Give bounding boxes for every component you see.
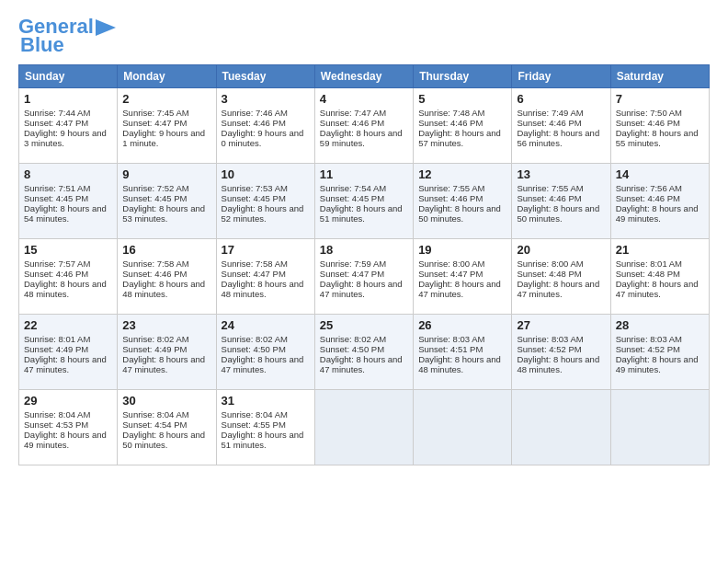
header-cell-sunday: Sunday bbox=[19, 65, 118, 88]
daylight-text: Daylight: 8 hours and 57 minutes. bbox=[418, 128, 501, 148]
sunrise-text: Sunrise: 7:55 AM bbox=[517, 183, 583, 193]
daylight-text: Daylight: 8 hours and 47 minutes. bbox=[418, 279, 501, 299]
daylight-text: Daylight: 8 hours and 47 minutes. bbox=[517, 279, 599, 299]
day-cell-19: 19Sunrise: 8:00 AMSunset: 4:47 PMDayligh… bbox=[414, 239, 512, 315]
day-cell-4: 4Sunrise: 7:47 AMSunset: 4:46 PMDaylight… bbox=[314, 88, 413, 164]
header-row: SundayMondayTuesdayWednesdayThursdayFrid… bbox=[19, 65, 710, 88]
header-cell-friday: Friday bbox=[512, 65, 610, 88]
day-number: 25 bbox=[320, 318, 408, 332]
sunset-text: Sunset: 4:49 PM bbox=[122, 344, 187, 354]
day-number: 6 bbox=[517, 92, 605, 106]
day-cell-5: 5Sunrise: 7:48 AMSunset: 4:46 PMDaylight… bbox=[414, 88, 512, 164]
sunset-text: Sunset: 4:45 PM bbox=[24, 193, 88, 203]
daylight-text: Daylight: 8 hours and 56 minutes. bbox=[517, 128, 599, 148]
sunrise-text: Sunrise: 7:54 AM bbox=[320, 183, 386, 193]
day-cell-30: 30Sunrise: 8:04 AMSunset: 4:54 PMDayligh… bbox=[118, 390, 216, 465]
day-cell-20: 20Sunrise: 8:00 AMSunset: 4:48 PMDayligh… bbox=[512, 239, 610, 315]
sunset-text: Sunset: 4:47 PM bbox=[418, 269, 483, 279]
sunrise-text: Sunrise: 8:03 AM bbox=[418, 334, 484, 344]
day-cell-10: 10Sunrise: 7:53 AMSunset: 4:45 PMDayligh… bbox=[216, 164, 314, 239]
sunset-text: Sunset: 4:46 PM bbox=[222, 118, 286, 128]
day-number: 1 bbox=[24, 92, 112, 106]
sunrise-text: Sunrise: 8:01 AM bbox=[24, 334, 90, 344]
week-row-1: 1Sunrise: 7:44 AMSunset: 4:47 PMDaylight… bbox=[19, 88, 710, 164]
day-number: 21 bbox=[616, 243, 704, 257]
sunset-text: Sunset: 4:45 PM bbox=[222, 193, 286, 203]
day-number: 26 bbox=[418, 318, 506, 332]
sunset-text: Sunset: 4:50 PM bbox=[320, 344, 384, 354]
daylight-text: Daylight: 8 hours and 51 minutes. bbox=[320, 203, 403, 224]
daylight-text: Daylight: 9 hours and 3 minutes. bbox=[24, 128, 107, 148]
sunrise-text: Sunrise: 7:50 AM bbox=[616, 108, 682, 118]
day-cell-3: 3Sunrise: 7:46 AMSunset: 4:46 PMDaylight… bbox=[216, 88, 314, 164]
sunrise-text: Sunrise: 7:47 AM bbox=[320, 108, 386, 118]
day-number: 13 bbox=[517, 167, 605, 181]
header-cell-monday: Monday bbox=[118, 65, 216, 88]
sunset-text: Sunset: 4:45 PM bbox=[122, 193, 187, 203]
sunrise-text: Sunrise: 7:56 AM bbox=[616, 183, 682, 193]
day-number: 22 bbox=[24, 318, 112, 332]
sunrise-text: Sunrise: 8:02 AM bbox=[222, 334, 288, 344]
sunset-text: Sunset: 4:55 PM bbox=[222, 419, 286, 430]
daylight-text: Daylight: 8 hours and 47 minutes. bbox=[320, 279, 403, 299]
day-cell-9: 9Sunrise: 7:52 AMSunset: 4:45 PMDaylight… bbox=[118, 164, 216, 239]
day-cell-23: 23Sunrise: 8:02 AMSunset: 4:49 PMDayligh… bbox=[118, 315, 216, 390]
sunset-text: Sunset: 4:47 PM bbox=[222, 269, 286, 279]
empty-cell bbox=[414, 390, 512, 465]
daylight-text: Daylight: 8 hours and 49 minutes. bbox=[616, 203, 699, 224]
daylight-text: Daylight: 8 hours and 47 minutes. bbox=[122, 354, 205, 374]
logo-blue-text: Blue bbox=[20, 35, 64, 55]
daylight-text: Daylight: 8 hours and 49 minutes. bbox=[616, 354, 699, 374]
day-cell-21: 21Sunrise: 8:01 AMSunset: 4:48 PMDayligh… bbox=[610, 239, 709, 315]
sunset-text: Sunset: 4:46 PM bbox=[320, 118, 384, 128]
header: General Blue bbox=[18, 17, 710, 55]
week-row-3: 15Sunrise: 7:57 AMSunset: 4:46 PMDayligh… bbox=[19, 239, 710, 315]
day-cell-7: 7Sunrise: 7:50 AMSunset: 4:46 PMDaylight… bbox=[610, 88, 709, 164]
sunset-text: Sunset: 4:46 PM bbox=[418, 118, 483, 128]
day-cell-24: 24Sunrise: 8:02 AMSunset: 4:50 PMDayligh… bbox=[216, 315, 314, 390]
logo: General Blue bbox=[18, 17, 116, 55]
daylight-text: Daylight: 8 hours and 52 minutes. bbox=[222, 203, 304, 224]
daylight-text: Daylight: 8 hours and 49 minutes. bbox=[24, 430, 107, 450]
sunrise-text: Sunrise: 7:49 AM bbox=[517, 108, 583, 118]
sunset-text: Sunset: 4:47 PM bbox=[320, 269, 384, 279]
sunset-text: Sunset: 4:49 PM bbox=[24, 344, 88, 354]
day-number: 11 bbox=[320, 167, 408, 181]
daylight-text: Daylight: 8 hours and 48 minutes. bbox=[122, 279, 205, 299]
sunset-text: Sunset: 4:47 PM bbox=[24, 118, 88, 128]
sunset-text: Sunset: 4:46 PM bbox=[24, 269, 88, 279]
header-cell-saturday: Saturday bbox=[610, 65, 709, 88]
day-cell-29: 29Sunrise: 8:04 AMSunset: 4:53 PMDayligh… bbox=[19, 390, 118, 465]
daylight-text: Daylight: 8 hours and 47 minutes. bbox=[222, 354, 304, 374]
day-number: 18 bbox=[320, 243, 408, 257]
day-number: 30 bbox=[122, 394, 210, 408]
day-cell-16: 16Sunrise: 7:58 AMSunset: 4:46 PMDayligh… bbox=[118, 239, 216, 315]
day-number: 7 bbox=[616, 92, 704, 106]
daylight-text: Daylight: 8 hours and 50 minutes. bbox=[418, 203, 501, 224]
day-number: 20 bbox=[517, 243, 605, 257]
day-cell-13: 13Sunrise: 7:55 AMSunset: 4:46 PMDayligh… bbox=[512, 164, 610, 239]
header-cell-tuesday: Tuesday bbox=[216, 65, 314, 88]
sunrise-text: Sunrise: 7:53 AM bbox=[222, 183, 288, 193]
sunset-text: Sunset: 4:53 PM bbox=[24, 419, 88, 430]
day-number: 5 bbox=[418, 92, 506, 106]
sunrise-text: Sunrise: 7:52 AM bbox=[122, 183, 188, 193]
day-number: 14 bbox=[616, 167, 704, 181]
sunrise-text: Sunrise: 8:03 AM bbox=[616, 334, 682, 344]
day-number: 2 bbox=[122, 92, 210, 106]
sunrise-text: Sunrise: 7:44 AM bbox=[24, 108, 90, 118]
day-cell-31: 31Sunrise: 8:04 AMSunset: 4:55 PMDayligh… bbox=[216, 390, 314, 465]
page: General Blue SundayMondayTuesdayWednesda… bbox=[0, 0, 728, 563]
sunset-text: Sunset: 4:46 PM bbox=[517, 193, 581, 203]
sunset-text: Sunset: 4:51 PM bbox=[418, 344, 483, 354]
logo-arrow-icon bbox=[96, 19, 116, 36]
day-number: 29 bbox=[24, 394, 112, 408]
daylight-text: Daylight: 8 hours and 51 minutes. bbox=[222, 430, 304, 450]
daylight-text: Daylight: 9 hours and 1 minute. bbox=[122, 128, 205, 148]
daylight-text: Daylight: 8 hours and 47 minutes. bbox=[24, 354, 107, 374]
sunrise-text: Sunrise: 7:51 AM bbox=[24, 183, 90, 193]
sunset-text: Sunset: 4:52 PM bbox=[517, 344, 581, 354]
sunrise-text: Sunrise: 7:45 AM bbox=[122, 108, 188, 118]
sunrise-text: Sunrise: 8:04 AM bbox=[222, 409, 288, 419]
day-number: 23 bbox=[122, 318, 210, 332]
